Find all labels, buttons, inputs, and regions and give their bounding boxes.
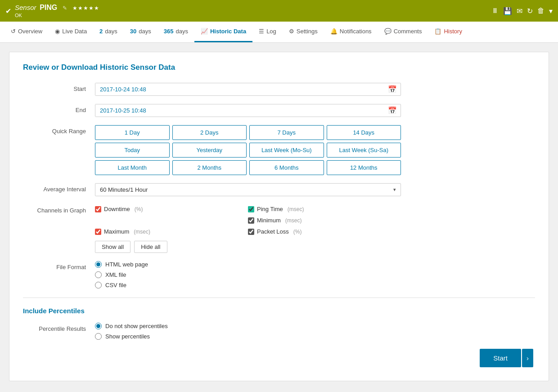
channel-maximum: Maximum (msec) bbox=[95, 227, 248, 236]
hide-all-button[interactable]: Hide all bbox=[134, 241, 167, 253]
channels-label: Channels in Graph bbox=[23, 204, 95, 214]
channel-minimum-unit: (msec) bbox=[285, 217, 302, 224]
start-button[interactable]: Start bbox=[480, 349, 521, 367]
channel-downtime-checkbox[interactable] bbox=[95, 206, 101, 212]
channels-content: Downtime (%) Ping Time (msec) Minimum bbox=[95, 204, 535, 253]
quick-range-label: Quick Range bbox=[23, 125, 95, 135]
percentile-radio-group: Do not show percentiles Show percentiles bbox=[95, 323, 535, 340]
tab-notifications[interactable]: 🔔 Notifications bbox=[324, 22, 378, 42]
range-btn-lastweek-mo[interactable]: Last Week (Mo-Su) bbox=[249, 143, 324, 158]
range-btn-12months[interactable]: 12 Months bbox=[327, 160, 401, 175]
end-label: End bbox=[23, 104, 95, 113]
email-icon[interactable]: ✉ bbox=[517, 7, 522, 15]
file-format-html-label: HTML web page bbox=[105, 261, 148, 268]
percentile-no-show-label: Do not show percentiles bbox=[105, 323, 168, 329]
channel-minimum-label: Minimum bbox=[257, 217, 281, 224]
start-calendar-icon[interactable]: 📅 bbox=[384, 83, 400, 95]
avg-interval-select[interactable]: 60 Minutes/1 Hour ▾ bbox=[95, 183, 401, 196]
delete-icon[interactable]: 🗑 bbox=[537, 7, 544, 15]
percentile-show[interactable]: Show percentiles bbox=[95, 333, 535, 340]
file-format-xml-label: XML file bbox=[105, 271, 126, 278]
end-date-row: End 📅 bbox=[23, 104, 535, 117]
topbar-left: ✔ Sensor PING ✎ ★★★★★ OK bbox=[5, 4, 99, 18]
file-format-html[interactable]: HTML web page bbox=[95, 261, 535, 268]
tab-365days-num: 365 bbox=[164, 28, 174, 35]
tab-2days-num: 2 bbox=[99, 28, 103, 35]
end-calendar-icon[interactable]: 📅 bbox=[384, 104, 400, 117]
file-format-csv-radio[interactable] bbox=[95, 282, 102, 288]
topbar: ✔ Sensor PING ✎ ★★★★★ OK ⏸ 💾 ✉ ↻ 🗑 ▾ bbox=[0, 0, 558, 22]
show-hide-btns: Show all Hide all bbox=[95, 241, 535, 253]
bottombar: Start › bbox=[23, 349, 535, 367]
tab-30days[interactable]: 30 days bbox=[124, 22, 158, 42]
percentile-label: Percentile Results bbox=[23, 323, 95, 332]
stars: ★★★★★ bbox=[72, 5, 99, 11]
settings-icon: ⚙ bbox=[289, 28, 294, 35]
refresh-icon[interactable]: ↻ bbox=[527, 7, 533, 15]
tab-history[interactable]: 📋 History bbox=[428, 22, 468, 42]
range-btn-lastweek-su[interactable]: Last Week (Su-Sa) bbox=[327, 143, 401, 158]
start-date-input[interactable] bbox=[95, 83, 384, 95]
range-btn-6months[interactable]: 6 Months bbox=[249, 160, 324, 175]
tab-history-label: History bbox=[444, 28, 462, 35]
end-date-input[interactable] bbox=[95, 104, 384, 117]
end-date-wrap: 📅 bbox=[95, 104, 401, 117]
file-format-label: File Format bbox=[23, 261, 95, 270]
percentile-row: Percentile Results Do not show percentil… bbox=[23, 323, 535, 340]
log-icon: ☰ bbox=[259, 28, 264, 35]
range-btn-yesterday[interactable]: Yesterday bbox=[172, 143, 247, 158]
tab-settings[interactable]: ⚙ Settings bbox=[283, 22, 324, 42]
tab-historicdata[interactable]: 📈 Historic Data bbox=[194, 22, 252, 42]
range-btn-1day[interactable]: 1 Day bbox=[95, 125, 170, 140]
file-format-xml-radio[interactable] bbox=[95, 271, 102, 278]
next-arrow-button[interactable]: › bbox=[522, 349, 533, 367]
more-icon[interactable]: ▾ bbox=[549, 7, 553, 15]
range-btn-2days[interactable]: 2 Days bbox=[172, 125, 247, 140]
file-format-html-radio[interactable] bbox=[95, 261, 102, 268]
ok-badge: OK bbox=[15, 13, 22, 18]
tab-livedata[interactable]: ◉ Live Data bbox=[49, 22, 93, 42]
percentile-no-show[interactable]: Do not show percentiles bbox=[95, 323, 535, 329]
channel-maximum-checkbox[interactable] bbox=[95, 229, 101, 235]
checkmark-icon: ✔ bbox=[5, 7, 11, 15]
file-format-csv-label: CSV file bbox=[105, 282, 126, 288]
range-btn-2months[interactable]: 2 Months bbox=[172, 160, 247, 175]
tab-2days[interactable]: 2 days bbox=[93, 22, 124, 42]
percentile-no-show-radio[interactable] bbox=[95, 323, 102, 329]
range-btn-lastmonth[interactable]: Last Month bbox=[95, 160, 170, 175]
percentile-content: Do not show percentiles Show percentiles bbox=[95, 323, 535, 340]
save-icon[interactable]: 💾 bbox=[503, 7, 512, 15]
start-date-content: 📅 bbox=[95, 83, 535, 96]
content-card: Review or Download Historic Sensor Data … bbox=[9, 52, 549, 381]
comments-icon: 💬 bbox=[384, 28, 392, 35]
pause-icon[interactable]: ⏸ bbox=[491, 7, 499, 15]
edit-icon[interactable]: ✎ bbox=[63, 5, 67, 11]
tab-comments[interactable]: 💬 Comments bbox=[378, 22, 428, 42]
tab-log[interactable]: ☰ Log bbox=[252, 22, 283, 42]
channel-pingtime-checkbox[interactable] bbox=[248, 206, 254, 212]
tab-30days-label: days bbox=[139, 28, 151, 35]
channel-downtime: Downtime (%) bbox=[95, 204, 248, 214]
percentile-show-radio[interactable] bbox=[95, 333, 102, 340]
show-all-button[interactable]: Show all bbox=[95, 241, 130, 253]
tab-settings-label: Settings bbox=[297, 28, 318, 35]
range-btn-today[interactable]: Today bbox=[95, 143, 170, 158]
file-format-xml[interactable]: XML file bbox=[95, 271, 535, 278]
tab-overview[interactable]: ↺ Overview bbox=[4, 22, 49, 42]
ping-label-text: PING bbox=[40, 4, 57, 11]
range-btn-7days[interactable]: 7 Days bbox=[249, 125, 324, 140]
channel-downtime-unit: (%) bbox=[135, 206, 143, 212]
tab-365days[interactable]: 365 days bbox=[158, 22, 194, 42]
range-btn-14days[interactable]: 14 Days bbox=[327, 125, 401, 140]
channel-minimum-checkbox[interactable] bbox=[248, 217, 254, 224]
file-format-csv[interactable]: CSV file bbox=[95, 282, 535, 288]
tab-historicdata-label: Historic Data bbox=[210, 28, 246, 35]
file-format-content: HTML web page XML file CSV file bbox=[95, 261, 535, 288]
navtabs: ↺ Overview ◉ Live Data 2 days 30 days 36… bbox=[0, 22, 558, 43]
channel-packetloss-unit: (%) bbox=[293, 229, 302, 235]
channel-pingtime: Ping Time (msec) bbox=[248, 204, 401, 214]
section-divider bbox=[23, 297, 535, 298]
percentiles-title: Include Percentiles bbox=[23, 307, 535, 315]
tab-notifications-label: Notifications bbox=[340, 28, 372, 35]
channel-packetloss-checkbox[interactable] bbox=[248, 229, 254, 235]
